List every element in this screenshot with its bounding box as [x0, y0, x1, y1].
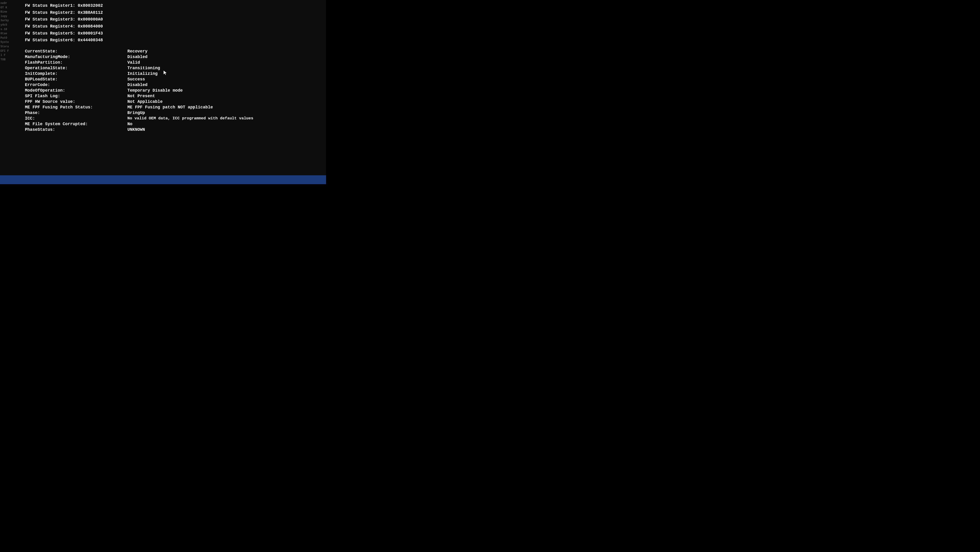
sidebar-item: 0tae — [0, 32, 12, 36]
terminal-area: neDr OT K Bine lopy 3arby y4c5 s.18 0tae… — [0, 0, 326, 175]
info-value-operational-state: Transitioning — [127, 65, 253, 71]
info-label-spi-flash-log: SPI Flash Log: — [25, 93, 127, 99]
info-row-phase-status: PhaseStatus: UNKNOWN — [25, 127, 253, 132]
info-value-spi-flash-log: Not Present — [127, 93, 253, 99]
info-label-operational-state: OperationalState: — [25, 65, 127, 71]
info-value-me-file-system: No — [127, 121, 253, 127]
info-value-manufacturing-mode: Disabled — [127, 54, 253, 60]
fw-registers-section: FW Status Register1: 0x80032002 FW Statu… — [25, 2, 326, 44]
info-row-icc: ICC: No valid OEM data, ICC programmed w… — [25, 116, 253, 121]
info-value-icc: No valid OEM data, ICC programmed with d… — [127, 116, 253, 121]
info-row-me-file-system: ME File System Corrupted: No — [25, 121, 253, 127]
info-row-flash-partition: FlashPartition: Valid — [25, 60, 253, 65]
fw-register-line-4: FW Status Register4: 0x00084000 — [25, 23, 326, 30]
info-row-mode-of-operation: ModeOfOperation: Temporary Disable mode — [25, 88, 253, 93]
info-value-fpf-hw-source: Not Applicable — [127, 99, 253, 104]
info-value-phase: BringUp — [127, 110, 253, 116]
info-row-error-code: ErrorCode: Disabled — [25, 82, 253, 88]
info-label-current-state: CurrentState: — [25, 48, 127, 54]
sidebar-item: lopy — [0, 14, 12, 19]
info-row-operational-state: OperationalState: Transitioning — [25, 65, 253, 71]
sidebar-item: PatO — [0, 36, 12, 40]
fw-register-line-5: FW Status Register5: 0x00001F43 — [25, 30, 326, 37]
sidebar-item: Bine — [0, 10, 12, 14]
info-row-fpf-hw-source: FPF HW Source value: Not Applicable — [25, 99, 253, 104]
info-label-error-code: ErrorCode: — [25, 82, 127, 88]
info-row-bup-load-state: BUPLoadState: Success — [25, 77, 253, 82]
sidebar-item: l F — [0, 53, 12, 57]
sidebar-item: s.18 — [0, 27, 12, 32]
sidebar-item: y4c5 — [0, 23, 12, 27]
info-label-manufacturing-mode: ManufacturingMode: — [25, 54, 127, 60]
info-label-bup-load-state: BUPLoadState: — [25, 77, 127, 82]
info-value-current-state: Recovery — [127, 48, 253, 54]
info-value-error-code: Disabled — [127, 82, 253, 88]
info-row-current-state: CurrentState: Recovery — [25, 48, 253, 54]
info-label-me-file-system: ME File System Corrupted: — [25, 121, 127, 127]
info-label-icc: ICC: — [25, 116, 127, 121]
sidebar-item: 3arby — [0, 18, 12, 23]
info-row-me-fpf-fusing: ME FPF Fusing Patch Status: ME FPF Fusin… — [25, 104, 253, 110]
fw-register-line-6: FW Status Register6: 0x44400348 — [25, 37, 326, 44]
info-label-fpf-hw-source: FPF HW Source value: — [25, 99, 127, 104]
sidebar-item: EFI F — [0, 49, 12, 53]
fw-register-line-1: FW Status Register1: 0x80032002 — [25, 2, 326, 9]
info-value-bup-load-state: Success — [127, 77, 253, 82]
blue-bar — [0, 175, 326, 184]
screen: neDr OT K Bine lopy 3arby y4c5 s.18 0tae… — [0, 0, 326, 184]
info-value-mode-of-operation: Temporary Disable mode — [127, 88, 253, 93]
sidebar-item: neDr — [0, 1, 12, 6]
sidebar-item: TOB — [0, 57, 12, 62]
fw-register-line-2: FW Status Register2: 0x3B8A0112 — [25, 9, 326, 16]
info-label-me-fpf-fusing: ME FPF Fusing Patch Status: — [25, 104, 127, 110]
info-label-phase-status: PhaseStatus: — [25, 127, 127, 132]
info-table: CurrentState: Recovery ManufacturingMode… — [25, 48, 253, 132]
info-label-flash-partition: FlashPartition: — [25, 60, 127, 65]
info-value-phase-status: UNKNOWN — [127, 127, 253, 132]
fw-register-line-3: FW Status Register3: 0x000000A0 — [25, 16, 326, 23]
info-row-spi-flash-log: SPI Flash Log: Not Present — [25, 93, 253, 99]
info-row-init-complete: InitComplete: Initializing — [25, 71, 253, 77]
info-label-init-complete: InitComplete: — [25, 71, 127, 77]
sidebar-item: 5tora — [0, 45, 12, 49]
info-row-phase: Phase: BringUp — [25, 110, 253, 116]
info-row-manufacturing-mode: ManufacturingMode: Disabled — [25, 54, 253, 60]
mouse-cursor — [163, 70, 168, 77]
info-label-phase: Phase: — [25, 110, 127, 116]
info-label-mode-of-operation: ModeOfOperation: — [25, 88, 127, 93]
sidebar-item: 5yste — [0, 40, 12, 45]
info-value-init-complete: Initializing — [127, 71, 253, 77]
info-value-me-fpf-fusing: ME FPF Fusing patch NOT applicable — [127, 104, 253, 110]
info-value-flash-partition: Valid — [127, 60, 253, 65]
sidebar-item: OT K — [0, 6, 12, 10]
